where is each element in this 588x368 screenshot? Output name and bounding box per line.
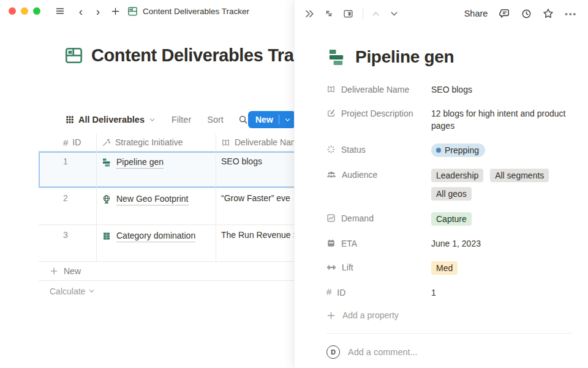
property-label-project-description[interactable]: Project Description (326, 107, 431, 132)
comments-icon[interactable] (499, 8, 510, 19)
text-icon (326, 85, 336, 94)
cell-strategic-initiative[interactable]: New Geo Footprint (97, 188, 216, 224)
column-header-strategic-initiative[interactable]: Strategic Initiative (97, 134, 216, 151)
column-header-id[interactable]: # ID (39, 134, 97, 151)
property-row: Project Description 12 blogs for high in… (326, 107, 573, 132)
search-icon[interactable] (238, 115, 248, 125)
text-icon (221, 138, 230, 147)
breadcrumb-page-title[interactable]: Content Deliverables Tracker (143, 7, 249, 16)
property-label-audience[interactable]: Audience (326, 169, 431, 201)
comment-row: D Add a comment... (326, 345, 572, 359)
sidebar-menu-icon[interactable] (54, 5, 66, 17)
minimize-window-button[interactable] (21, 7, 28, 15)
property-label-id[interactable]: # ID (326, 286, 431, 299)
property-value[interactable]: June 1, 2023 (431, 237, 570, 250)
page-table-icon[interactable] (64, 46, 83, 65)
side-peek-icon[interactable] (343, 9, 353, 19)
stack-icon (102, 231, 111, 241)
expand-page-icon[interactable] (324, 9, 334, 18)
page-table-icon (126, 5, 138, 17)
property-value[interactable]: 1 (431, 286, 570, 299)
bar-chart-icon[interactable] (327, 48, 346, 67)
sort-button[interactable]: Sort (207, 115, 224, 125)
comment-input[interactable]: Add a comment... (348, 347, 572, 357)
property-value: Capture (431, 212, 570, 226)
plus-icon (326, 311, 336, 320)
globe-icon (102, 194, 111, 204)
cell-strategic-initiative[interactable]: Pipeline gen (97, 151, 216, 188)
property-value: Prepping (431, 144, 570, 157)
lift-tag[interactable]: Med (431, 261, 458, 275)
property-row: # ID 1 (326, 286, 573, 299)
spinner-icon (326, 145, 336, 154)
property-row: Deliverable Name SEO blogs (326, 83, 573, 96)
dumbbell-icon (326, 263, 336, 272)
cell-id[interactable]: 2 (39, 188, 97, 224)
close-peek-icon[interactable] (304, 9, 315, 19)
new-tab-button[interactable] (109, 5, 121, 17)
hash-icon: # (63, 138, 68, 147)
divider (326, 333, 572, 334)
record-title[interactable]: Pipeline gen (355, 47, 454, 67)
property-row: Status Prepping (326, 144, 573, 157)
audience-tag[interactable]: All segments (490, 169, 549, 182)
record-peek-panel: Share ••• Pipeline gen Deliverable Name … (294, 0, 588, 368)
chevron-down-icon (149, 117, 156, 123)
peek-header: Share ••• (295, 0, 588, 27)
property-label-deliverable-name[interactable]: Deliverable Name (326, 83, 431, 96)
property-label-eta[interactable]: ETA (326, 237, 431, 250)
favorite-star-icon[interactable] (543, 8, 554, 19)
share-button[interactable]: Share (464, 9, 488, 18)
page-header: Content Deliverables Tracker (64, 45, 330, 66)
chevron-up-icon[interactable] (371, 9, 380, 18)
new-record-button[interactable]: New (248, 111, 296, 128)
history-clock-icon[interactable] (521, 9, 532, 19)
property-row: Audience Leadership All segments All geo… (326, 169, 573, 201)
close-window-button[interactable] (9, 7, 16, 15)
calendar-icon (326, 239, 336, 248)
audience-tag[interactable]: All geos (431, 187, 472, 201)
edit-icon (326, 109, 336, 118)
property-value[interactable]: SEO blogs (431, 83, 570, 96)
more-options-icon[interactable]: ••• (565, 9, 577, 18)
bar-chart-icon (102, 158, 111, 167)
plus-icon (50, 267, 58, 275)
property-value: Leadership All segments All geos (431, 169, 570, 205)
trend-chart-icon (326, 213, 336, 223)
property-value: Med (431, 261, 570, 275)
peek-actions: ••• (499, 8, 577, 19)
app-window: ‹ › Content Deliverables Tracker Content… (0, 0, 588, 368)
property-label-lift[interactable]: Lift (326, 261, 431, 275)
chevron-down-icon[interactable] (390, 9, 399, 18)
filter-button[interactable]: Filter (172, 115, 191, 125)
divider (363, 9, 363, 19)
demand-tag[interactable]: Capture (431, 212, 472, 226)
cell-id[interactable]: 3 (39, 225, 97, 261)
add-property-button[interactable]: Add a property (326, 310, 573, 320)
property-row: Demand Capture (326, 212, 573, 226)
record-title-row: Pipeline gen (327, 47, 573, 67)
property-label-demand[interactable]: Demand (326, 212, 431, 226)
property-value[interactable]: 12 blogs for high intent and product pag… (431, 107, 570, 132)
people-icon (326, 170, 336, 180)
wand-icon (102, 138, 111, 147)
back-button[interactable]: ‹ (75, 5, 87, 17)
cell-id[interactable]: 1 (39, 151, 97, 188)
status-dot (436, 148, 441, 153)
property-row: Lift Med (326, 261, 573, 275)
view-tab-all-deliverables[interactable]: All Deliverables (66, 115, 156, 125)
avatar: D (326, 345, 340, 359)
audience-tag[interactable]: Leadership (431, 169, 483, 182)
status-badge[interactable]: Prepping (431, 144, 485, 157)
table-view-icon (66, 115, 74, 124)
property-list: Deliverable Name SEO blogs Project Descr… (326, 83, 573, 320)
view-toolbar: All Deliverables Filter Sort ••• (66, 110, 272, 129)
hash-icon: # (326, 287, 331, 296)
cell-strategic-initiative[interactable]: Category domination (97, 225, 216, 261)
property-row: ETA June 1, 2023 (326, 237, 573, 250)
forward-button[interactable]: › (92, 5, 104, 17)
property-label-status[interactable]: Status (326, 144, 431, 157)
chevron-down-icon (88, 288, 95, 294)
zoom-window-button[interactable] (33, 7, 40, 15)
new-record-dropdown[interactable] (279, 117, 296, 123)
